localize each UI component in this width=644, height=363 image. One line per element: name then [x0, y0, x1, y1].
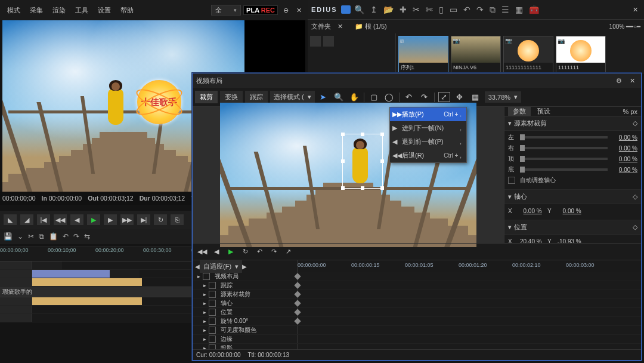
menu-render[interactable]: 渲染: [49, 5, 69, 16]
clip[interactable]: [32, 297, 142, 305]
slider-bottom[interactable]: [520, 168, 608, 171]
view-thumb-icon[interactable]: [310, 36, 321, 47]
play-icon[interactable]: ▶: [87, 214, 100, 225]
folder-tab[interactable]: 文件夹: [311, 22, 331, 31]
copy-icon[interactable]: ⧉: [39, 232, 44, 241]
select-tool-icon[interactable]: ➤: [317, 93, 329, 101]
pivot-y[interactable]: 0.00 %: [554, 208, 581, 214]
kf-track[interactable]: [298, 308, 641, 316]
new-icon[interactable]: ✚: [400, 5, 407, 15]
view-list-icon[interactable]: [323, 36, 334, 47]
kf-track[interactable]: [298, 281, 641, 290]
keyframe-toggle-icon[interactable]: ◇: [633, 193, 637, 201]
kf-enable[interactable]: [209, 282, 216, 289]
bin-item-sequence[interactable]: ⎚ 序列1: [398, 36, 448, 73]
root-path[interactable]: 根 (1/5): [365, 23, 387, 30]
value-top[interactable]: 0.00 %: [610, 156, 637, 162]
set-out-icon[interactable]: ◢: [20, 214, 33, 225]
undo2-icon[interactable]: ↶: [463, 5, 470, 15]
gear-icon[interactable]: ⚙: [614, 75, 624, 86]
pos-x[interactable]: 20.40 %: [515, 238, 542, 244]
kf-enable[interactable]: [209, 309, 216, 316]
step-fwd-icon[interactable]: ▶▶: [120, 214, 134, 225]
menu-tools[interactable]: 工具: [72, 5, 92, 16]
expand-icon[interactable]: ▸: [203, 345, 206, 349]
menu-capture[interactable]: 采集: [26, 5, 47, 16]
mode-combo[interactable]: 选择模式 ( ▾: [270, 91, 315, 103]
unit-toggle[interactable]: % px: [623, 108, 637, 115]
tab-crop[interactable]: 裁剪: [195, 91, 218, 103]
keyframe-toggle-icon[interactable]: ◇: [633, 119, 637, 127]
keyframe-toggle-icon[interactable]: ◇: [633, 223, 637, 231]
expand-icon[interactable]: ▾: [508, 193, 512, 201]
go-end-icon[interactable]: ▶|: [137, 214, 150, 225]
tab-track[interactable]: 跟踪: [245, 91, 268, 103]
layout-combo[interactable]: 全▾: [211, 5, 241, 16]
expand-icon[interactable]: ▸: [203, 309, 206, 315]
pos-y[interactable]: -10.93 %: [554, 238, 581, 244]
zoom-value[interactable]: 100%: [609, 23, 625, 30]
kf-enable[interactable]: [209, 336, 216, 343]
pla-rec-toggle[interactable]: PLA REC: [243, 5, 278, 15]
close-icon[interactable]: ✕: [293, 5, 304, 16]
paste-icon[interactable]: 📋: [49, 232, 58, 241]
kf-enable[interactable]: [209, 300, 216, 307]
redo3-icon[interactable]: ↷: [419, 93, 431, 101]
expand-icon[interactable]: ▸: [203, 336, 206, 342]
kf-track[interactable]: [298, 290, 641, 299]
tab-transform[interactable]: 变换: [220, 91, 243, 103]
tab-presets[interactable]: 预设: [532, 107, 555, 116]
go-start-icon[interactable]: |◀: [37, 214, 50, 225]
selection-box[interactable]: [342, 134, 383, 189]
kf-back-icon[interactable]: ◀: [210, 248, 222, 256]
value-left[interactable]: 0.00 %: [610, 134, 637, 141]
ctx-play[interactable]: ▶▶播放(P)Ctrl + .: [390, 107, 466, 121]
slider-top[interactable]: [520, 158, 608, 160]
expand-icon[interactable]: ▾: [508, 223, 512, 231]
kf-enable[interactable]: [209, 344, 216, 349]
kf-redo-icon[interactable]: ↷: [268, 248, 280, 256]
center-icon[interactable]: ✥: [454, 93, 466, 101]
kf-track[interactable]: [298, 326, 641, 334]
clip-icon[interactable]: ▭: [450, 5, 457, 15]
undo-icon[interactable]: ↶: [63, 232, 69, 241]
kf-enable[interactable]: [209, 327, 216, 334]
expand-icon[interactable]: ▸: [197, 273, 200, 279]
redo-icon[interactable]: ↷: [73, 232, 79, 241]
kf-undo-icon[interactable]: ↶: [253, 248, 265, 256]
trim-icon[interactable]: ✂: [413, 5, 420, 15]
rewind-icon[interactable]: ◀: [70, 214, 83, 225]
clip[interactable]: [32, 270, 110, 278]
export-icon[interactable]: ⎘: [171, 214, 184, 225]
set-in-icon[interactable]: ◣: [4, 214, 17, 225]
kf-enable[interactable]: [209, 291, 216, 298]
save-icon[interactable]: 💾: [4, 232, 13, 241]
undo3-icon[interactable]: ↶: [403, 93, 415, 101]
value-bottom[interactable]: 0.00 %: [610, 167, 637, 173]
mark-icon[interactable]: ▯: [439, 5, 444, 15]
track-header[interactable]: [0, 278, 32, 286]
tc-out[interactable]: 00:00:03;12: [100, 195, 133, 202]
kf-track[interactable]: [298, 344, 641, 349]
minimize-icon[interactable]: ⊖: [280, 5, 291, 16]
kf-play-icon[interactable]: ▶: [225, 248, 237, 256]
expand-icon[interactable]: ▸: [203, 327, 206, 333]
kf-enable[interactable]: [203, 273, 210, 280]
zoom-combo[interactable]: 33.78% ▾: [485, 91, 521, 103]
forward-icon[interactable]: ▶: [104, 214, 117, 225]
search-icon[interactable]: 🔍: [354, 5, 364, 15]
menu-mode[interactable]: 模式: [4, 5, 24, 16]
bin-item[interactable]: 📷 1111111: [556, 36, 606, 73]
track-header[interactable]: [0, 262, 32, 269]
redo2-icon[interactable]: ↷: [476, 5, 484, 15]
slider-right[interactable]: [520, 147, 608, 149]
kf-track[interactable]: [298, 272, 641, 281]
ctx-prev-frame[interactable]: ◀退到前一帧(P),: [390, 135, 466, 149]
kf-fit-combo[interactable]: 自适应(F) ▾: [200, 260, 242, 273]
grid-icon[interactable]: ▦: [515, 5, 523, 15]
rect-icon[interactable]: ▢: [368, 93, 380, 101]
ctx-back[interactable]: ◀◀后退(R)Ctrl + ,: [390, 149, 466, 162]
expand-icon[interactable]: ▸: [203, 318, 206, 324]
value-right[interactable]: 0.00 %: [610, 145, 637, 152]
cut2-icon[interactable]: ✄: [426, 5, 433, 15]
